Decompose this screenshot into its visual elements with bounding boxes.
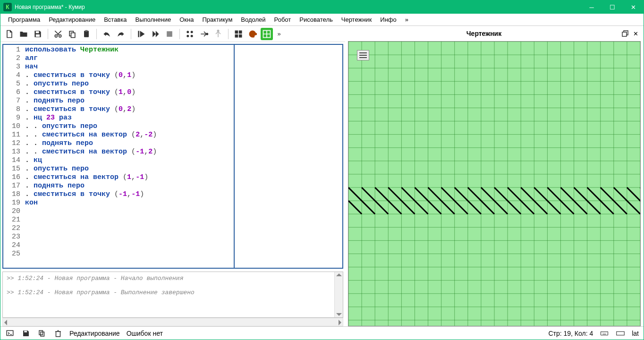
menu-item-Программа[interactable]: Программа [4, 15, 44, 25]
right-column: Чертежник ✕ [345, 26, 644, 326]
menu-item-Вставка[interactable]: Вставка [100, 15, 130, 25]
svg-point-15 [217, 30, 219, 31]
svg-rect-16 [235, 30, 238, 34]
status-copy-icon[interactable] [37, 329, 47, 338]
svg-point-10 [186, 31, 189, 33]
svg-point-13 [191, 34, 193, 37]
status-console-icon[interactable] [5, 329, 15, 338]
status-ins-icon [616, 329, 625, 338]
horizontal-scrollbar[interactable] [2, 318, 343, 326]
menu-item-Окна[interactable]: Окна [176, 15, 197, 25]
run-button[interactable] [135, 28, 147, 40]
menu-item-Инфо[interactable]: Инфо [376, 15, 400, 25]
editor-side-panel [234, 45, 342, 268]
svg-rect-92 [7, 331, 13, 336]
redo-button[interactable] [115, 28, 127, 40]
toolbar: » [0, 26, 345, 42]
status-save-icon[interactable] [21, 329, 31, 338]
menu-item-Практикум[interactable]: Практикум [198, 15, 236, 25]
svg-rect-17 [239, 30, 242, 34]
toolbar-separator [131, 29, 131, 39]
console-scrollbar[interactable] [334, 272, 343, 317]
statusbar: Редактирование Ошибок нет Стр: 19, Кол: … [0, 326, 644, 340]
svg-rect-93 [24, 331, 27, 332]
svg-rect-7 [85, 30, 88, 31]
panel-header: Чертежник ✕ [348, 28, 641, 39]
drafter-panel-button[interactable] [261, 28, 273, 40]
status-kb-icon [600, 329, 609, 338]
canvas-menu-button[interactable] [357, 50, 369, 60]
svg-point-14 [206, 33, 208, 34]
svg-rect-19 [239, 34, 242, 37]
console: >> 1:52:24 - Новая программа - Начало вы… [2, 272, 343, 318]
grid4-button[interactable] [232, 28, 245, 40]
copy-button[interactable] [66, 28, 78, 40]
line-number-gutter: 1234567891011121314151617181920212223242… [3, 45, 23, 268]
toolbar-separator [96, 29, 97, 39]
step-out-button[interactable] [212, 28, 224, 40]
menu-item-Робот[interactable]: Робот [271, 15, 295, 25]
open-file-button[interactable] [17, 28, 30, 40]
svg-rect-18 [235, 34, 238, 37]
menubar: ПрограммаРедактированиеВставкаВыполнение… [0, 14, 644, 26]
undo-button[interactable] [101, 28, 113, 40]
svg-rect-6 [84, 31, 89, 37]
window-title: Новая программа* - Кумир [15, 4, 581, 10]
svg-rect-0 [36, 31, 39, 33]
status-errors: Ошибок нет [127, 330, 163, 337]
menu-item-Чертежник[interactable]: Чертежник [338, 15, 376, 25]
close-button[interactable]: ✕ [623, 0, 644, 14]
svg-rect-97 [601, 332, 608, 335]
stop-button[interactable] [163, 28, 176, 40]
status-cursor-pos: Стр: 19, Кол: 4 [548, 330, 593, 337]
save-file-button[interactable] [32, 28, 44, 40]
status-clear-icon[interactable] [53, 329, 63, 338]
svg-rect-96 [56, 332, 60, 337]
svg-rect-21 [622, 32, 627, 36]
svg-rect-1 [36, 34, 40, 36]
code-area[interactable]: использовать Чертежникалгнач. сместиться… [23, 45, 234, 268]
step-over-button[interactable] [184, 28, 196, 40]
editor: 1234567891011121314151617181920212223242… [2, 44, 343, 269]
menu-item-Редактирование[interactable]: Редактирование [45, 15, 99, 25]
new-file-button[interactable] [3, 28, 16, 40]
svg-line-67 [348, 201, 362, 214]
svg-rect-5 [71, 33, 75, 37]
run-step-button[interactable] [149, 28, 161, 40]
svg-point-12 [186, 34, 189, 37]
paste-button[interactable] [80, 28, 93, 40]
console-output[interactable]: >> 1:52:24 - Новая программа - Начало вы… [3, 272, 334, 317]
svg-point-11 [191, 31, 193, 33]
toolbar-separator [228, 29, 229, 39]
palette-button[interactable] [246, 28, 259, 40]
work-area: » 12345678910111213141516171819202122232… [0, 26, 644, 326]
drafter-canvas[interactable] [348, 41, 641, 326]
code-editor[interactable]: 1234567891011121314151617181920212223242… [3, 45, 234, 268]
status-mode: Редактирование [69, 330, 120, 337]
left-column: » 12345678910111213141516171819202122232… [0, 26, 345, 326]
step-into-button[interactable] [198, 28, 210, 40]
maximize-button[interactable]: ☐ [602, 0, 623, 14]
menu-item-»[interactable]: » [401, 15, 412, 25]
toolbar-separator [179, 29, 180, 39]
toolbar-more-button[interactable]: » [275, 28, 283, 40]
menu-item-Выполнение[interactable]: Выполнение [131, 15, 175, 25]
titlebar: К Новая программа* - Кумир ─ ☐ ✕ [0, 0, 644, 14]
minimize-button[interactable]: ─ [581, 0, 602, 14]
panel-close-button[interactable]: ✕ [630, 28, 641, 39]
panel-title: Чертежник [348, 30, 620, 37]
menu-item-Водолей[interactable]: Водолей [237, 15, 269, 25]
toolbar-separator [48, 29, 48, 39]
panel-restore-button[interactable] [620, 28, 630, 39]
canvas-svg [348, 42, 640, 326]
svg-rect-98 [617, 332, 625, 335]
menu-item-Рисователь[interactable]: Рисователь [296, 15, 336, 25]
app-icon: К [3, 3, 12, 11]
cut-button[interactable] [52, 28, 64, 40]
svg-rect-9 [167, 31, 172, 37]
status-kb-layout: lat [632, 330, 639, 337]
svg-rect-8 [138, 31, 139, 37]
